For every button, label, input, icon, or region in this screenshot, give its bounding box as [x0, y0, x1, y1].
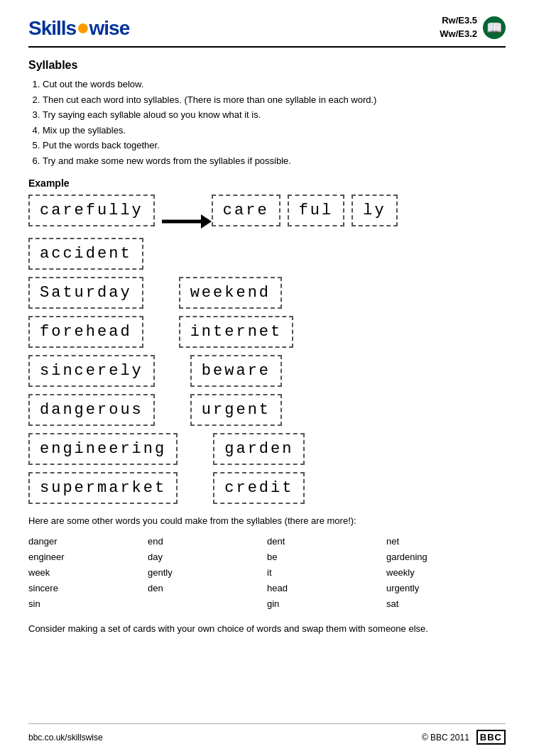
col1-word2: engineer: [28, 549, 148, 565]
col1-word4: sincere: [28, 581, 148, 596]
col3-word2: be: [267, 549, 386, 565]
logo: Skills●wise: [28, 14, 129, 40]
col3-word5: gin: [267, 596, 386, 612]
footer-url: bbc.co.uk/skillswise: [28, 733, 103, 743]
code-text: Rw/E3.5 Ww/E3.2: [440, 14, 477, 40]
logo-k: k: [41, 17, 52, 39]
badge-icon: 📖: [483, 16, 506, 39]
logo-l2: l: [61, 17, 66, 39]
svg-marker-1: [201, 214, 212, 229]
col2-word2: day: [148, 549, 267, 565]
instruction-3: Try saying each syllable aloud so you kn…: [43, 108, 506, 122]
consider-text: Consider making a set of cards with your…: [28, 622, 506, 636]
col1-word1: danger: [28, 534, 148, 549]
word-urgent: urgent: [190, 394, 282, 426]
word-row-dangerous: dangerous urgent: [28, 394, 506, 426]
col4-word3: weekly: [386, 565, 506, 581]
page-footer: bbc.co.uk/skillswise © BBC 2011 BBC: [28, 723, 506, 745]
word-col-3: dent be it head gin: [267, 534, 386, 612]
code1: Rw/E3.5: [440, 14, 477, 27]
word-row-engineering: engineering garden: [28, 433, 506, 465]
word-saturday: Saturday: [28, 277, 143, 309]
logo-s2: s: [66, 17, 77, 39]
col4-word2: gardening: [386, 549, 506, 565]
word-garden: garden: [213, 433, 305, 465]
logo-dot: ●: [76, 14, 89, 40]
instructions-list: Cut out the words below. Then cut each w…: [28, 77, 506, 168]
footer-copyright: © BBC 2011: [422, 733, 469, 743]
word-weekend: weekend: [179, 277, 282, 309]
word-grid: accident Saturday weekend forehead inter…: [28, 238, 506, 504]
instruction-4: Mix up the syllables.: [43, 124, 506, 138]
example-part-ly: ly: [352, 195, 397, 226]
col4-word4: urgently: [386, 581, 506, 596]
footer-right: © BBC 2011 BBC: [422, 730, 506, 745]
word-supermarket: supermarket: [28, 472, 178, 504]
word-row-sincerely: sincerely beware: [28, 355, 506, 387]
word-engineering: engineering: [28, 433, 178, 465]
col2-word3: gently: [148, 565, 267, 581]
word-beware: beware: [190, 355, 282, 387]
col3-word1: dent: [267, 534, 386, 549]
col1-word3: week: [28, 565, 148, 581]
example-part-ful: ful: [288, 195, 345, 226]
col4-word5: sat: [386, 596, 506, 612]
word-credit: credit: [213, 472, 305, 504]
word-row-supermarket: supermarket credit: [28, 472, 506, 504]
col3-word3: it: [267, 565, 386, 581]
page: Skills●wise Rw/E3.5 Ww/E3.2 📖 Syllables …: [0, 0, 534, 756]
word-dangerous: dangerous: [28, 394, 155, 426]
instruction-1: Cut out the words below.: [43, 77, 506, 92]
instruction-6: Try and make some new words from the syl…: [43, 154, 506, 168]
example-part-care: care: [212, 195, 280, 226]
col1-word5: sin: [28, 596, 148, 612]
word-sincerely: sincerely: [28, 355, 155, 387]
word-row-saturday: Saturday weekend: [28, 277, 506, 309]
logo-skills: S: [28, 17, 41, 39]
word-col-4: net gardening weekly urgently sat: [386, 534, 506, 612]
example-row: carefully care ful ly: [28, 195, 506, 226]
word-col-2: end day gently den: [148, 534, 267, 612]
word-columns: danger engineer week sincere sin end day…: [28, 534, 506, 612]
instruction-5: Put the words back together.: [43, 138, 506, 153]
bbc-logo-text: BBC: [480, 732, 502, 743]
word-row-accident: accident: [28, 238, 506, 270]
col4-word1: net: [386, 534, 506, 549]
col2-word1: end: [148, 534, 267, 549]
example-word: carefully: [28, 195, 155, 226]
word-internet: internet: [179, 316, 294, 348]
logo-wise: wise: [89, 17, 130, 39]
word-col-1: danger engineer week sincere sin: [28, 534, 148, 612]
code-badge: Rw/E3.5 Ww/E3.2 📖: [440, 14, 506, 40]
word-row-forehead: forehead internet: [28, 316, 506, 348]
code2: Ww/E3.2: [440, 28, 477, 40]
col2-word4: den: [148, 581, 267, 596]
word-accident: accident: [28, 238, 143, 270]
col3-word4: head: [267, 581, 386, 596]
example-label: Example: [28, 177, 506, 189]
other-words-intro: Here are some other words you could make…: [28, 514, 506, 528]
header: Skills●wise Rw/E3.5 Ww/E3.2 📖: [28, 14, 506, 48]
page-title: Syllables: [28, 59, 506, 72]
bbc-logo: BBC: [476, 730, 506, 745]
instruction-2: Then cut each word into syllables. (Ther…: [43, 93, 506, 107]
logo-l: l: [56, 17, 61, 39]
word-forehead: forehead: [28, 316, 143, 348]
